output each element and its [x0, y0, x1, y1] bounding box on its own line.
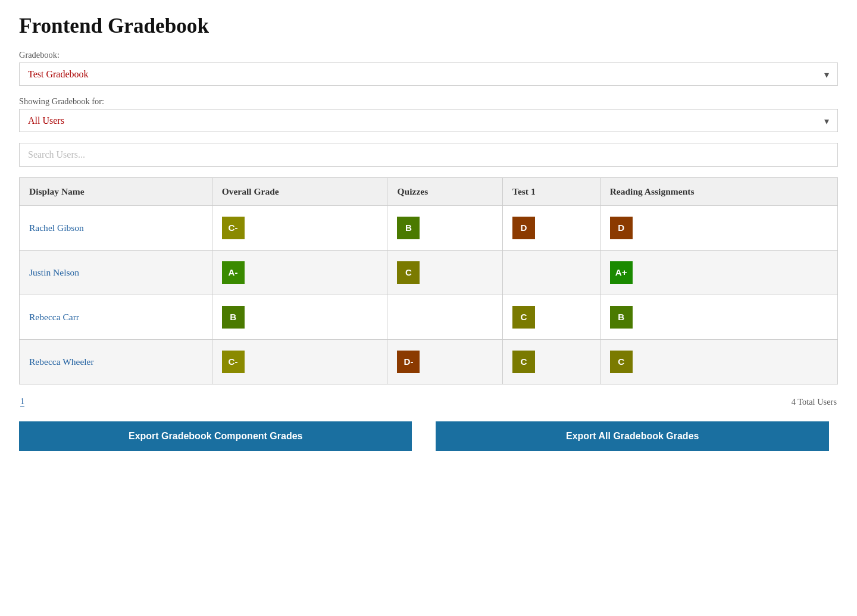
grade-badge-overall: A- — [222, 261, 245, 284]
grade-badge-quizzes: C — [397, 261, 420, 284]
grade-badge-overall: B — [222, 306, 245, 329]
student-link[interactable]: Rachel Gibson — [29, 223, 84, 233]
grade-badge-overall: C- — [222, 351, 245, 373]
grade-badge-test1: C — [512, 351, 535, 373]
grade-cell-test1 — [502, 251, 600, 295]
gradebook-select[interactable]: Test Gradebook — [20, 63, 837, 85]
table-row: Rebecca WheelerC-D-CC — [20, 340, 838, 384]
grade-badge-reading: A+ — [610, 261, 633, 284]
pagination-row: 1 4 Total Users — [19, 394, 838, 409]
table-row: Rachel GibsonC-BDD — [20, 206, 838, 251]
grade-cell-quizzes — [387, 295, 503, 340]
page-1-link[interactable]: 1 — [20, 396, 24, 407]
total-users: 4 Total Users — [792, 397, 837, 407]
grade-cell-quizzes: B — [387, 206, 503, 251]
export-all-button[interactable]: Export All Gradebook Grades — [436, 421, 828, 451]
grade-cell-test1: C — [502, 340, 600, 384]
showing-label: Showing Gradebook for: — [19, 96, 838, 107]
export-buttons-row: Export Gradebook Component Grades Export… — [19, 421, 838, 451]
grade-cell-reading: B — [600, 295, 837, 340]
grade-badge-reading: D — [610, 217, 633, 239]
grade-badge-test1: D — [512, 217, 535, 239]
grade-badge-test1: C — [512, 306, 535, 329]
grade-cell-quizzes: D- — [387, 340, 503, 384]
grade-badge-reading: C — [610, 351, 633, 373]
col-test1: Test 1 — [502, 178, 600, 206]
grade-badge-overall: C- — [222, 217, 245, 239]
search-input[interactable] — [19, 143, 838, 167]
gradebook-table: Display Name Overall Grade Quizzes Test … — [19, 177, 838, 384]
table-row: Justin NelsonA-CA+ — [20, 251, 838, 295]
col-display-name: Display Name — [20, 178, 212, 206]
grade-cell-overall: B — [212, 295, 387, 340]
grade-cell-overall: A- — [212, 251, 387, 295]
grade-cell-overall: C- — [212, 340, 387, 384]
page-title: Frontend Gradebook — [19, 14, 838, 38]
col-reading: Reading Assignments — [600, 178, 837, 206]
grade-cell-overall: C- — [212, 206, 387, 251]
grade-cell-reading: A+ — [600, 251, 837, 295]
grade-cell-reading: C — [600, 340, 837, 384]
student-link[interactable]: Rebecca Wheeler — [29, 357, 94, 367]
col-quizzes: Quizzes — [387, 178, 503, 206]
table-row: Rebecca CarrBCB — [20, 295, 838, 340]
users-select-wrapper: All Users — [19, 109, 838, 132]
table-header-row: Display Name Overall Grade Quizzes Test … — [20, 178, 838, 206]
grade-cell-test1: D — [502, 206, 600, 251]
grade-cell-quizzes: C — [387, 251, 503, 295]
student-link[interactable]: Rebecca Carr — [29, 312, 79, 322]
grade-cell-test1: C — [502, 295, 600, 340]
gradebook-select-wrapper: Test Gradebook — [19, 62, 838, 86]
col-overall-grade: Overall Grade — [212, 178, 387, 206]
grade-badge-quizzes: D- — [397, 351, 420, 373]
export-component-button[interactable]: Export Gradebook Component Grades — [19, 421, 412, 451]
gradebook-label: Gradebook: — [19, 50, 838, 60]
grade-badge-quizzes: B — [397, 217, 420, 239]
users-select[interactable]: All Users — [20, 110, 837, 132]
grade-cell-reading: D — [600, 206, 837, 251]
student-link[interactable]: Justin Nelson — [29, 267, 79, 277]
grade-badge-reading: B — [610, 306, 633, 329]
